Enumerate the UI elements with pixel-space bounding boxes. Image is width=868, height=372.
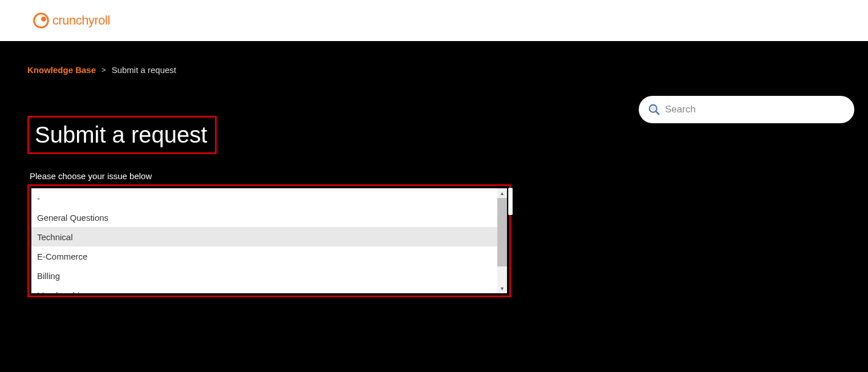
page-title-highlight: Submit a request [27,116,217,154]
breadcrumb-separator: > [102,66,106,74]
breadcrumb-current: Submit a request [112,65,176,75]
scrollbar-thumb[interactable] [497,198,507,266]
svg-point-4 [651,107,655,111]
page-title: Submit a request [35,122,207,148]
dropdown-option-membership[interactable]: Membership [31,285,497,293]
dropdown-option-general[interactable]: General Questions [31,208,497,227]
breadcrumb-row: Knowledge Base > Submit a request [27,41,841,75]
breadcrumb-link-knowledge-base[interactable]: Knowledge Base [27,65,96,75]
scrollbar-down-arrow[interactable]: ▼ [497,284,507,293]
select-indicator [508,188,513,215]
search-container [639,96,854,123]
dropdown-option-technical[interactable]: Technical [31,227,497,246]
scrollbar-up-arrow[interactable]: ▲ [497,188,507,198]
dropdown-highlight: - General Questions Technical E-Commerce… [27,184,511,297]
dropdown-option-billing[interactable]: Billing [31,266,497,285]
issue-dropdown[interactable]: - General Questions Technical E-Commerce… [31,188,507,293]
scrollbar[interactable]: ▲ ▼ [497,188,507,293]
scrollbar-track[interactable] [497,198,507,284]
breadcrumb: Knowledge Base > Submit a request [27,65,176,75]
svg-line-3 [656,111,659,115]
header: crunchyroll [0,0,868,41]
logo[interactable]: crunchyroll [33,13,110,29]
svg-point-0 [34,14,48,28]
dropdown-option-ecommerce[interactable]: E-Commerce [31,246,497,266]
logo-text: crunchyroll [52,13,110,28]
form-label: Please choose your issue below [27,171,841,181]
search-icon [648,103,660,116]
dropdown-list: - General Questions Technical E-Commerce… [31,188,497,293]
search-input[interactable] [665,104,845,115]
svg-point-1 [41,17,46,22]
dropdown-option-blank[interactable]: - [31,188,497,208]
crunchyroll-icon [33,13,49,29]
main-content: Knowledge Base > Submit a request Submit… [0,41,868,297]
